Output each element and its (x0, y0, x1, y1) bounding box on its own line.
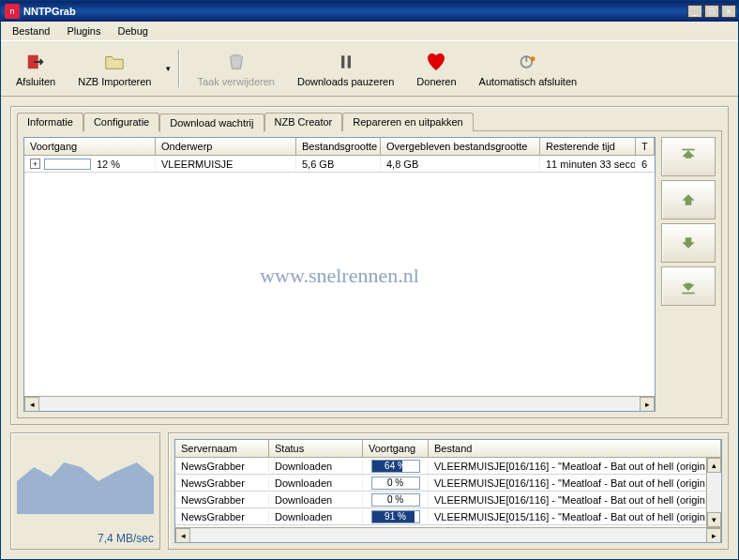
cell-size: 5,6 GB (296, 158, 381, 171)
app-window: n NNTPGrab _ □ × Bestand Plugins Debug A… (0, 0, 739, 560)
toolbar-doneren[interactable]: Doneren (407, 47, 465, 91)
cell-progress: 91 % (363, 509, 429, 524)
dcol-voortgang[interactable]: Voortgang (363, 440, 429, 457)
speed-chart (17, 439, 154, 514)
queue-panel: Informatie Configuratie Download wachtri… (10, 106, 729, 425)
progress-bar: 0 % (371, 493, 420, 507)
dcol-bestand[interactable]: Bestand (429, 440, 721, 457)
toolbar-automatisch-afsluiten[interactable]: Automatisch afsluiten (470, 47, 587, 91)
folder-icon (103, 51, 126, 73)
col-voortgang[interactable]: Voortgang (24, 138, 156, 155)
move-bottom-button[interactable] (661, 266, 716, 306)
menu-debug[interactable]: Debug (110, 23, 155, 38)
download-row[interactable]: NewsGrabberDownloaden0 %VLEERMUISJE[016/… (175, 475, 706, 492)
tab-body: Voortgang Onderwerp Bestandsgrootte Over… (17, 130, 722, 418)
scroll-track[interactable] (39, 397, 640, 412)
scroll-left-icon[interactable]: ◂ (175, 528, 190, 543)
progress-bar (44, 159, 91, 170)
cell-file: VLEERMUISJE[016/116] - "Meatloaf - Bat o… (429, 460, 706, 473)
cell-subject: VLEERMUISJE (156, 158, 296, 171)
queue-grid: Voortgang Onderwerp Bestandsgrootte Over… (23, 137, 656, 412)
speed-label: 7,4 MB/sec (98, 532, 154, 545)
toolbar-downloads-pauzeren[interactable]: Downloads pauzeren (288, 47, 403, 91)
col-onderwerp[interactable]: Onderwerp (156, 138, 296, 155)
heart-icon (425, 51, 447, 73)
app-icon: n (5, 4, 20, 19)
menu-plugins[interactable]: Plugins (59, 23, 108, 38)
cell-progress: 64 % (363, 459, 429, 474)
svg-rect-7 (682, 149, 694, 151)
minimize-button[interactable]: _ (687, 5, 702, 18)
toolbar-nzb-importeren[interactable]: NZB Importeren (68, 47, 160, 91)
cell-status: Downloaden (269, 477, 363, 490)
cell-server: NewsGrabber (175, 477, 269, 490)
scroll-left-icon[interactable]: ◂ (24, 397, 39, 412)
queue-hscroll[interactable]: ◂ ▸ (24, 396, 655, 411)
cell-status: Downloaden (269, 460, 363, 473)
reorder-buttons (661, 137, 716, 412)
toolbar: Afsluiten NZB Importeren ▾ Taak verwijde… (1, 40, 738, 97)
move-top-button[interactable] (661, 137, 716, 176)
move-down-button[interactable] (661, 223, 716, 263)
titlebar: n NNTPGrab _ □ × (1, 1, 738, 22)
cell-progress: 0 % (363, 476, 429, 491)
exit-icon (24, 51, 47, 73)
downloads-vscroll[interactable]: ▴ ▾ (706, 458, 721, 527)
download-row[interactable]: NewsGrabberDownloaden91 %VLEERMUISJE[015… (175, 508, 706, 525)
scroll-right-icon[interactable]: ▸ (706, 528, 721, 543)
toolbar-nzb-dropdown[interactable]: ▾ (166, 64, 171, 73)
watermark: www.snelrennen.nl (260, 264, 419, 288)
maximize-button[interactable]: □ (704, 5, 719, 18)
queue-row[interactable]: + 12 % VLEERMUISJE 5,6 GB 4,8 GB 11 minu… (24, 156, 655, 173)
pause-icon (335, 51, 357, 73)
tab-informatie[interactable]: Informatie (17, 113, 83, 131)
scroll-up-icon[interactable]: ▴ (707, 458, 721, 473)
tab-download-wachtrij[interactable]: Download wachtrij (159, 114, 264, 132)
progress-bar: 64 % (371, 460, 420, 473)
tab-repareren[interactable]: Repareren en uitpakken (342, 113, 473, 131)
col-overgebleven[interactable]: Overgebleven bestandsgrootte (381, 138, 540, 155)
tab-nzb-creator[interactable]: NZB Creator (264, 113, 343, 131)
dcol-status[interactable]: Status (269, 440, 363, 457)
downloads-body: NewsGrabberDownloaden64 %VLEERMUISJE[016… (175, 458, 706, 527)
col-t[interactable]: T (636, 138, 655, 155)
progress-bar: 0 % (371, 477, 420, 490)
expander-icon[interactable]: + (30, 159, 40, 169)
col-resterende-tijd[interactable]: Resterende tijd (540, 138, 636, 155)
svg-rect-2 (341, 55, 344, 68)
tab-configuratie[interactable]: Configuratie (83, 113, 159, 131)
power-icon (517, 51, 539, 73)
dcol-server[interactable]: Servernaam (175, 440, 269, 457)
progress-text: 12 % (97, 159, 120, 170)
download-row[interactable]: NewsGrabberDownloaden0 %VLEERMUISJE[016/… (175, 492, 706, 508)
cell-status: Downloaden (269, 510, 363, 523)
cell-progress: 0 % (363, 492, 429, 507)
col-bestandsgrootte[interactable]: Bestandsgrootte (296, 138, 381, 155)
move-up-button[interactable] (661, 180, 716, 219)
cell-server: NewsGrabber (175, 493, 269, 507)
bottom-row: 7,4 MB/sec Servernaam Status Voortgang B… (10, 432, 729, 550)
toolbar-afsluiten[interactable]: Afsluiten (7, 47, 65, 91)
close-button[interactable]: × (721, 5, 736, 18)
scroll-track[interactable] (190, 528, 706, 543)
downloads-panel: Servernaam Status Voortgang Bestand News… (168, 432, 729, 550)
scroll-vtrack[interactable] (707, 473, 721, 512)
queue-header: Voortgang Onderwerp Bestandsgrootte Over… (24, 138, 655, 156)
delete-icon (225, 51, 248, 73)
toolbar-separator (178, 50, 180, 87)
cell-t: 6 (636, 158, 655, 171)
tabs: Informatie Configuratie Download wachtri… (17, 113, 722, 131)
queue-body: + 12 % VLEERMUISJE 5,6 GB 4,8 GB 11 minu… (24, 156, 655, 396)
speed-panel: 7,4 MB/sec (10, 432, 160, 550)
scroll-right-icon[interactable]: ▸ (640, 397, 655, 412)
downloads-header: Servernaam Status Voortgang Bestand (175, 440, 721, 458)
cell-file: VLEERMUISJE[016/116] - "Meatloaf - Bat o… (429, 493, 706, 507)
scroll-down-icon[interactable]: ▾ (707, 512, 721, 527)
svg-rect-8 (682, 293, 694, 295)
cell-remaining-time: 11 minuten 33 seconden (540, 158, 636, 171)
downloads-hscroll[interactable]: ◂ ▸ (175, 527, 721, 542)
download-row[interactable]: NewsGrabberDownloaden64 %VLEERMUISJE[016… (175, 458, 706, 475)
window-title: NNTPGrab (23, 6, 687, 17)
svg-point-6 (530, 56, 535, 61)
menu-bestand[interactable]: Bestand (5, 23, 57, 38)
